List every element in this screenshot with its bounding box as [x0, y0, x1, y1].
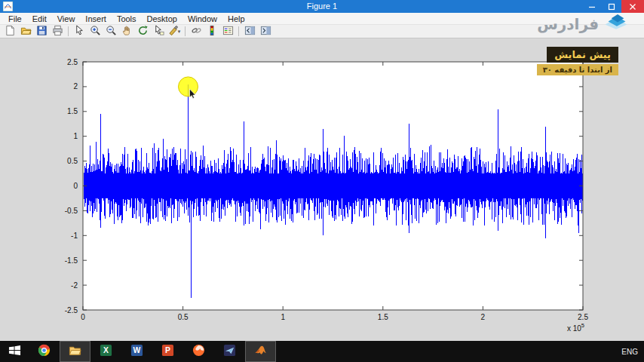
taskbar-word[interactable]: W [121, 341, 152, 362]
y-tick-label: 1 [73, 132, 78, 140]
print-figure-icon [52, 25, 63, 38]
hide-plot-tools-icon [244, 25, 256, 38]
menu-desktop[interactable]: Desktop [142, 14, 182, 23]
close-button[interactable] [621, 0, 644, 13]
powerpoint-icon: P [161, 344, 174, 360]
cursor-highlight [179, 77, 198, 97]
insert-colorbar-icon [207, 25, 218, 38]
x-tick-label: 2 [481, 313, 486, 321]
faradars-logo: فرادرس [537, 12, 630, 35]
excel-icon: X [100, 344, 112, 360]
print-figure-button[interactable] [50, 26, 65, 38]
y-tick-label: 2.5 [67, 58, 78, 66]
insert-colorbar-button[interactable] [204, 26, 219, 38]
y-tick-label: 0 [73, 182, 78, 190]
minimize-button[interactable] [582, 0, 602, 13]
y-tick-label: 1.5 [67, 107, 78, 115]
faradars-logo-icon [603, 12, 630, 35]
zoom-out-icon [106, 25, 117, 38]
x-tick-label: 1.5 [378, 313, 388, 321]
svg-text:X: X [103, 346, 109, 354]
link-plots-button[interactable] [189, 26, 204, 38]
y-tick-label: 2 [73, 82, 78, 90]
menu-tools[interactable]: Tools [112, 14, 142, 23]
brush-dropdown-icon[interactable]: ▾ [178, 29, 181, 35]
figure-canvas: 00.511.522.5-2.5-2-1.5-1-0.500.511.522.5… [0, 38, 644, 341]
taskbar-chrome[interactable] [29, 341, 60, 362]
language-indicator[interactable]: ENG [621, 341, 638, 362]
menu-insert[interactable]: Insert [80, 14, 112, 23]
svg-text:W: W [133, 346, 141, 354]
word-icon: W [130, 344, 143, 360]
menu-help[interactable]: Help [222, 14, 250, 23]
taskbar-start[interactable] [0, 341, 29, 362]
y-tick-label: -1.5 [65, 256, 78, 265]
y-tick-label: -0.5 [65, 207, 78, 215]
taskbar-powerpoint[interactable]: P [152, 341, 183, 362]
toolbar-separator [238, 26, 239, 36]
y-tick-label: -2 [71, 281, 78, 290]
mail-icon [223, 344, 236, 360]
data-cursor-button[interactable] [151, 26, 166, 38]
menu-window[interactable]: Window [182, 14, 222, 23]
x-tick-label: 1 [281, 313, 285, 321]
svg-text:P: P [165, 346, 170, 354]
y-tick-label: -1 [71, 232, 78, 240]
pan-button[interactable] [119, 26, 134, 38]
insert-legend-icon [222, 25, 234, 38]
taskbar-foxit-reader[interactable] [183, 341, 214, 362]
x-axis-scale-label: x 105 [567, 322, 584, 333]
window-controls [582, 0, 644, 13]
window-title: Figure 1 [0, 0, 644, 13]
save-figure-icon [36, 25, 48, 38]
toolbar-separator [68, 26, 69, 36]
save-figure-button[interactable] [34, 26, 49, 38]
titlebar[interactable]: Figure 1 [0, 0, 644, 13]
taskbar-matlab[interactable] [245, 341, 276, 362]
pan-icon [121, 25, 133, 38]
data-cursor-icon [153, 25, 164, 38]
insert-legend-button[interactable] [220, 26, 235, 38]
chrome-icon [38, 344, 51, 360]
x-tick-label: 0 [81, 313, 85, 321]
toolbar-separator [185, 26, 186, 36]
zoom-in-icon [90, 25, 101, 38]
maximize-button[interactable] [602, 0, 621, 13]
y-tick-label: -2.5 [65, 306, 78, 314]
preview-subtitle-badge: از ابتدا تا دقیقه ۳۰ [537, 64, 618, 75]
brush-button[interactable]: ▾ [167, 26, 182, 38]
hide-plot-tools-button[interactable] [242, 26, 257, 38]
edit-plot-button[interactable] [72, 26, 87, 38]
open-file-icon [20, 25, 32, 38]
taskbar-excel[interactable]: X [90, 341, 121, 362]
taskbar-file-explorer[interactable] [60, 341, 90, 362]
zoom-in-button[interactable] [87, 26, 103, 38]
new-figure-icon [5, 25, 16, 38]
y-tick-label: 0.5 [67, 157, 78, 165]
start-icon [8, 344, 21, 360]
preview-badge: پیش نمایش [547, 47, 618, 63]
file-explorer-icon [69, 344, 81, 360]
faradars-logo-text: فرادرس [537, 15, 599, 33]
figure-window-icon [3, 2, 13, 11]
rotate-3d-icon [137, 25, 149, 38]
taskbar-mail[interactable] [214, 341, 245, 362]
foxit-reader-icon [192, 344, 205, 360]
edit-plot-icon [74, 25, 85, 38]
menu-edit[interactable]: Edit [27, 14, 52, 23]
menu-file[interactable]: File [3, 14, 27, 23]
menu-view[interactable]: View [52, 14, 81, 23]
show-plot-tools-button[interactable] [258, 26, 273, 38]
matlab-icon [254, 344, 267, 360]
taskbar: XWPENG [0, 341, 644, 362]
show-plot-tools-icon [260, 25, 271, 38]
plot-axes[interactable]: 00.511.522.5-2.5-2-1.5-1-0.500.511.522.5… [0, 38, 644, 341]
x-tick-label: 0.5 [178, 313, 189, 321]
link-plots-icon [191, 25, 202, 38]
rotate-3d-button[interactable] [135, 26, 150, 38]
new-figure-button[interactable] [2, 26, 17, 38]
zoom-out-button[interactable] [103, 26, 118, 38]
open-file-button[interactable] [18, 26, 33, 38]
x-tick-label: 2.5 [578, 313, 588, 321]
